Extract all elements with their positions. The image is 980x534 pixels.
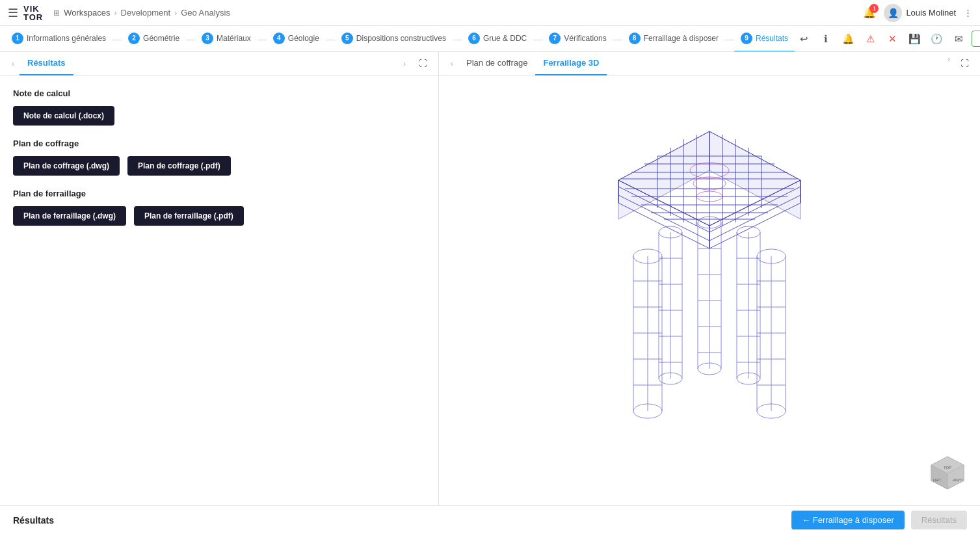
viktor-logo: VIK TOR — [23, 5, 43, 21]
user-info[interactable]: 👤 Louis Molinet — [884, 4, 956, 22]
left-fullscreen-icon[interactable]: ⛶ — [414, 55, 432, 73]
bell-icon[interactable]: 🔔 — [839, 30, 857, 48]
avatar: 👤 — [884, 4, 902, 22]
btn-plan-coffrage-dwg[interactable]: Plan de coffrage (.dwg) — [13, 156, 120, 176]
left-tab-next-icon[interactable]: › — [398, 57, 411, 70]
tab-ferraillage-3d[interactable]: Ferraillage 3D — [535, 52, 607, 75]
steps-bar: 1 Informations générales — 2 Géométrie —… — [0, 26, 980, 52]
section-note-calcul-title: Note de calcul — [13, 88, 425, 98]
tab-resultats[interactable]: Résultats — [20, 52, 73, 75]
viz-container: .wire-top { stroke: #3333aa; stroke-widt… — [439, 75, 980, 505]
main-layout: ‹ Résultats › ⛶ Note de calcul Note de c… — [0, 52, 980, 505]
btn-plan-ferraillage-dwg[interactable]: Plan de ferraillage (.dwg) — [13, 206, 126, 226]
bottom-actions: ← Ferraillage à disposer Résultats — [791, 511, 967, 529]
breadcrumb-arrow-2: › — [174, 8, 177, 18]
step-2[interactable]: 2 Géométrie — [122, 26, 186, 52]
notification-btn[interactable]: 🔔 1 — [863, 7, 876, 19]
step-9[interactable]: 9 Résultats — [734, 26, 795, 52]
wireframe-3d: .wire-top { stroke: #3333aa; stroke-widt… — [579, 112, 840, 470]
right-fullscreen-icon[interactable]: ⛶ — [955, 55, 973, 73]
btn-plan-coffrage-pdf[interactable]: Plan de coffrage (.pdf) — [127, 156, 231, 176]
step-6[interactable]: 6 Grue & DDC — [462, 26, 533, 52]
step-8[interactable]: 8 Ferraillage à disposer — [622, 26, 725, 52]
btn-plan-ferraillage-pdf[interactable]: Plan de ferraillage (.pdf) — [134, 206, 244, 226]
bottom-bar: Résultats ← Ferraillage à disposer Résul… — [0, 505, 980, 534]
user-name: Louis Molinet — [906, 8, 956, 18]
step-4[interactable]: 4 Géologie — [267, 26, 326, 52]
step-7[interactable]: 7 Vérifications — [542, 26, 613, 52]
notification-badge: 1 — [869, 4, 879, 13]
svg-line-29 — [709, 195, 801, 241]
left-tab-prev-icon[interactable]: ‹ — [7, 57, 20, 70]
breadcrumb-arrow-1: › — [114, 8, 117, 18]
workspace-icon: ⊞ — [53, 8, 60, 18]
svg-text:TOP: TOP — [944, 466, 951, 470]
svg-text:LEFT: LEFT — [933, 478, 941, 482]
warning-icon[interactable]: ⚠ — [861, 30, 879, 48]
tab-plan-coffrage[interactable]: Plan de coffrage — [458, 52, 535, 75]
top-nav: ☰ VIK TOR ⊞ Workspaces › Development › G… — [0, 0, 980, 26]
section-note-calcul: Note de calcul Note de calcul (.docx) — [13, 88, 425, 126]
right-3d-view: .wire-top { stroke: #3333aa; stroke-widt… — [439, 75, 980, 505]
view-cube[interactable]: TOP LEFT RIGHT — [928, 453, 967, 492]
undo-icon[interactable]: ↩ — [795, 30, 813, 48]
btn-note-calcul-docx[interactable]: Note de calcul (.docx) — [13, 106, 114, 126]
step-1[interactable]: 1 Informations générales — [5, 26, 113, 52]
save-icon[interactable]: 💾 — [905, 30, 923, 48]
bottom-title: Résultats — [13, 515, 54, 526]
left-tabs: ‹ Résultats › ⛶ — [0, 52, 438, 75]
step-5[interactable]: 5 Dispositions constructives — [335, 26, 453, 52]
history-icon[interactable]: 🕐 — [927, 30, 946, 48]
breadcrumb: ⊞ Workspaces › Development › Geo Analysi… — [53, 8, 230, 18]
finished-button[interactable]: ✓ Finished — [972, 31, 980, 47]
svg-text:RIGHT: RIGHT — [953, 478, 963, 482]
close-icon[interactable]: ✕ — [883, 30, 901, 48]
svg-line-25 — [618, 195, 709, 241]
next-step-button: Résultats — [911, 511, 967, 529]
section-plan-coffrage-title: Plan de coffrage — [13, 139, 425, 148]
left-content: Note de calcul Note de calcul (.docx) Pl… — [0, 75, 438, 505]
more-menu-icon[interactable]: ⋮ — [964, 8, 972, 18]
breadcrumb-development[interactable]: Development — [121, 8, 171, 18]
section-plan-ferraillage-title: Plan de ferraillage — [13, 189, 425, 198]
svg-marker-1 — [618, 131, 709, 219]
left-panel: ‹ Résultats › ⛶ Note de calcul Note de c… — [0, 52, 439, 505]
right-tab-next-icon[interactable]: › — [945, 55, 953, 73]
right-tabs: ‹ Plan de coffrage Ferraillage 3D › ⛶ — [439, 52, 980, 75]
section-plan-ferraillage: Plan de ferraillage Plan de ferraillage … — [13, 189, 425, 226]
section-plan-coffrage: Plan de coffrage Plan de coffrage (.dwg)… — [13, 139, 425, 176]
prev-step-button[interactable]: ← Ferraillage à disposer — [791, 511, 905, 529]
info-icon[interactable]: ℹ — [817, 30, 835, 48]
right-panel: ‹ Plan de coffrage Ferraillage 3D › ⛶ .w… — [439, 52, 980, 505]
breadcrumb-current: Geo Analysis — [181, 8, 230, 18]
svg-marker-0 — [709, 131, 801, 219]
right-tab-prev-icon[interactable]: ‹ — [445, 57, 458, 70]
step-3[interactable]: 3 Matériaux — [195, 26, 258, 52]
email-icon[interactable]: ✉ — [949, 30, 968, 48]
menu-icon[interactable]: ☰ — [8, 6, 18, 20]
breadcrumb-workspaces[interactable]: ⊞ Workspaces — [53, 8, 110, 18]
